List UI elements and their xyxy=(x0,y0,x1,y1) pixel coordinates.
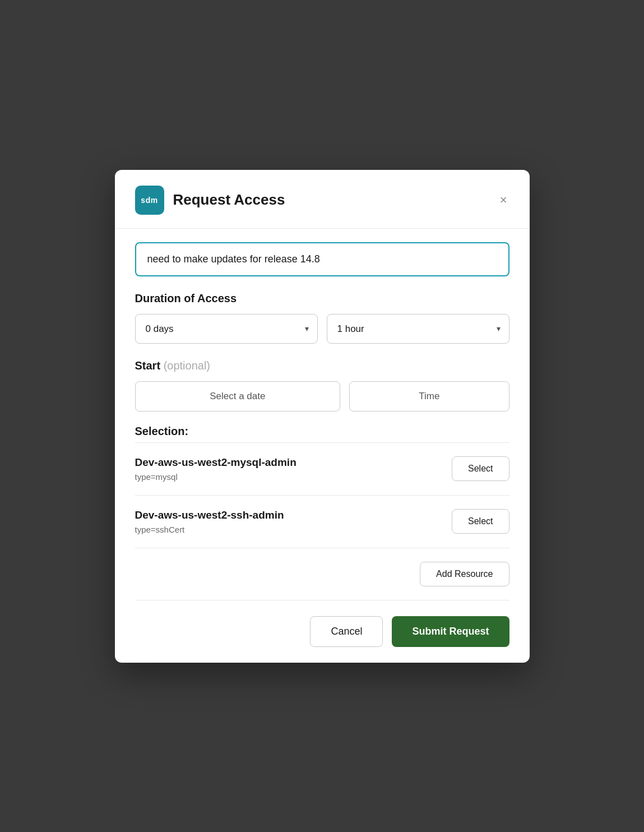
start-row: Select a date Time xyxy=(135,381,509,412)
modal-header: sdm Request Access × xyxy=(115,170,530,228)
resource-info-ssh: Dev-aws-us-west2-ssh-admin type=sshCert xyxy=(135,509,284,534)
logo-icon: sdm xyxy=(135,186,164,215)
duration-row: 0 days 1 day 2 days 3 days 7 days ▾ 1 ho… xyxy=(135,314,509,344)
select-mysql-button[interactable]: Select xyxy=(452,456,509,481)
modal-dialog: sdm Request Access × Duration of Access … xyxy=(115,170,530,663)
selection-label: Selection: xyxy=(135,425,509,438)
days-select-wrapper: 0 days 1 day 2 days 3 days 7 days ▾ xyxy=(135,314,318,344)
duration-label: Duration of Access xyxy=(135,292,509,305)
modal-header-left: sdm Request Access xyxy=(135,186,285,215)
header-divider xyxy=(115,228,530,229)
modal-footer: Cancel Submit Request xyxy=(115,600,530,663)
close-button[interactable]: × xyxy=(498,192,509,209)
modal-title: Request Access xyxy=(173,191,285,209)
hours-select[interactable]: 1 hour 2 hours 4 hours 8 hours 12 hours xyxy=(327,314,509,344)
start-section: Start (optional) Select a date Time xyxy=(135,359,509,412)
resource-name-ssh: Dev-aws-us-west2-ssh-admin xyxy=(135,509,284,521)
resource-type-ssh: type=sshCert xyxy=(135,525,284,534)
add-resource-button[interactable]: Add Resource xyxy=(420,562,509,586)
reason-input[interactable] xyxy=(135,242,509,276)
resource-item-ssh: Dev-aws-us-west2-ssh-admin type=sshCert … xyxy=(135,496,509,548)
resource-info-mysql: Dev-aws-us-west2-mysql-admin type=mysql xyxy=(135,456,296,482)
optional-label: (optional) xyxy=(164,359,210,372)
select-ssh-button[interactable]: Select xyxy=(452,509,509,534)
date-picker-button[interactable]: Select a date xyxy=(135,381,341,412)
days-select[interactable]: 0 days 1 day 2 days 3 days 7 days xyxy=(135,314,318,344)
submit-button[interactable]: Submit Request xyxy=(392,616,509,647)
start-label: Start (optional) xyxy=(135,359,509,372)
hours-select-wrapper: 1 hour 2 hours 4 hours 8 hours 12 hours … xyxy=(327,314,509,344)
resource-name-mysql: Dev-aws-us-west2-mysql-admin xyxy=(135,456,296,469)
resource-type-mysql: type=mysql xyxy=(135,472,296,482)
selection-section: Selection: Dev-aws-us-west2-mysql-admin … xyxy=(135,425,509,600)
time-picker-button[interactable]: Time xyxy=(349,381,509,412)
add-resource-row: Add Resource xyxy=(135,548,509,600)
cancel-button[interactable]: Cancel xyxy=(310,616,383,647)
modal-body: Duration of Access 0 days 1 day 2 days 3… xyxy=(115,242,530,600)
resource-item-mysql: Dev-aws-us-west2-mysql-admin type=mysql … xyxy=(135,443,509,496)
overlay: sdm Request Access × Duration of Access … xyxy=(0,0,644,832)
